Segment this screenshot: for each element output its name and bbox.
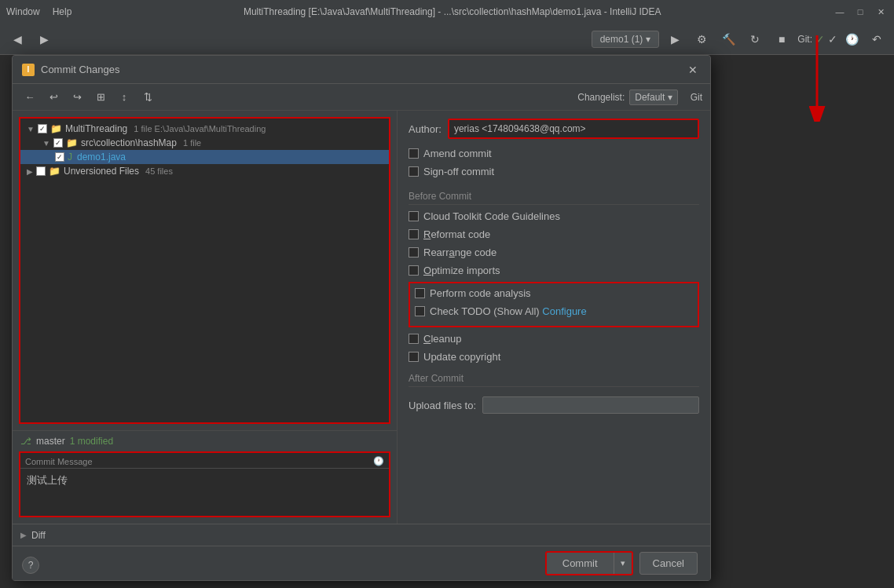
app-title: MultiThreading [E:\Java\Javaf\MultiThrea… — [84, 6, 820, 17]
window-controls: — □ ✕ — [833, 5, 888, 19]
commit-message-label: Commit Message — [25, 457, 93, 466]
branch-label: demo1 (1) — [600, 34, 643, 45]
cloud-checkbox[interactable] — [409, 211, 419, 221]
signoff-commit-row: Sign-off commit — [409, 165, 699, 178]
signoff-commit-checkbox[interactable] — [409, 166, 419, 177]
rearrange-checkbox[interactable] — [409, 247, 419, 257]
expand-arrow-icon: ▶ — [27, 167, 33, 176]
commit-message-area: Commit Message 🕐 测试上传 — [19, 451, 390, 517]
commit-message-input[interactable]: 测试上传 — [20, 469, 389, 516]
configure-link[interactable]: Configure — [542, 305, 586, 317]
tree-item-multithreading[interactable]: ▼ 📁 MultiThreading 1 file E:\Java\Javaf\… — [20, 122, 389, 136]
commit-dropdown-button[interactable]: ▾ — [614, 553, 632, 574]
commit-button[interactable]: Commit — [547, 553, 614, 574]
diff-section[interactable]: ▶ Diff — [13, 524, 710, 546]
folder-icon: 📁 — [49, 166, 60, 177]
git-check2-icon[interactable]: ✓ — [828, 33, 837, 46]
git-history-button[interactable]: 🕐 — [841, 28, 863, 50]
help-button[interactable]: ? — [22, 557, 39, 574]
changelist-value-text: Default — [635, 92, 665, 103]
branch-selector[interactable]: demo1 (1) ▾ — [592, 31, 660, 48]
upload-dropdown[interactable] — [482, 396, 699, 414]
analyze-checkbox[interactable] — [415, 288, 425, 298]
amend-commit-row: Amend commit — [409, 147, 699, 160]
tree-item-src[interactable]: ▼ 📁 src\collection\hashMap 1 file — [20, 136, 389, 150]
commit-dialog: I Commit Changes ✕ ← ↩ ↪ ⊞ ↕ ⇅ Changelis… — [12, 55, 711, 581]
dialog-title: Commit Changes — [41, 64, 119, 75]
copyright-checkbox[interactable] — [409, 352, 419, 362]
expand-arrow-icon: ▼ — [27, 125, 35, 133]
cleanup-label[interactable]: Cleanup — [423, 333, 461, 345]
back-button[interactable]: ◀ — [6, 28, 28, 50]
tree-item-name: src\collection\hashMap — [81, 137, 177, 148]
branch-arrow-icon: ▾ — [646, 34, 650, 45]
changelist-label: Changelist: — [577, 92, 625, 103]
changelist-dropdown[interactable]: Default ▾ — [629, 89, 677, 105]
amend-commit-label[interactable]: Amend commit — [423, 148, 492, 159]
cancel-button[interactable]: Cancel — [639, 552, 698, 575]
toolbar-redo-button[interactable]: ↪ — [68, 88, 86, 107]
maximize-button[interactable]: □ — [853, 5, 867, 19]
branch-status-bar: ⎇ master 1 modified — [13, 430, 397, 451]
toolbar-undo-button[interactable]: ↩ — [44, 88, 63, 107]
cleanup-checkbox[interactable] — [409, 334, 419, 344]
branch-icon: ⎇ — [20, 436, 31, 447]
git-check1-icon[interactable]: ✓ — [815, 33, 825, 46]
analyze-label[interactable]: Perform code analysis — [430, 287, 531, 299]
multithreading-checkbox[interactable] — [38, 124, 47, 133]
dialog-close-button[interactable]: ✕ — [685, 62, 701, 78]
toolbar-back-button[interactable]: ← — [20, 88, 39, 107]
forward-button[interactable]: ▶ — [33, 28, 55, 50]
git-revert-button[interactable]: ↶ — [866, 28, 888, 50]
author-label: Author: — [409, 123, 442, 135]
amend-commit-checkbox[interactable] — [409, 148, 419, 159]
tree-item-meta: 1 file E:\Java\Javaf\MultiThreading — [134, 124, 266, 133]
java-file-icon: J — [68, 152, 72, 163]
before-commit-reformat-row: Reformat code — [409, 228, 699, 241]
todo-checkbox[interactable] — [415, 306, 425, 316]
menu-help[interactable]: Help — [53, 6, 72, 17]
title-bar: Window Help MultiThreading [E:\Java\Java… — [0, 0, 894, 24]
tree-item-name: Unversioned Files — [64, 166, 139, 177]
commit-button-group: Commit ▾ — [545, 551, 633, 575]
todo-label[interactable]: Check TODO (Show All) Configure — [430, 305, 587, 317]
suspend-button[interactable]: ■ — [771, 28, 793, 50]
optimize-label[interactable]: Optimize imports — [423, 265, 500, 276]
close-button[interactable]: ✕ — [874, 5, 888, 19]
commit-message-header: Commit Message 🕐 — [20, 453, 389, 469]
file-tree: ▼ 📁 MultiThreading 1 file E:\Java\Javaf\… — [19, 117, 390, 424]
cloud-label[interactable]: Cloud Toolkit Code Guidelines — [423, 210, 560, 222]
toolbar-sort-desc-button[interactable]: ⇅ — [138, 88, 157, 107]
tree-item-unversioned[interactable]: ▶ 📁 Unversioned Files 45 files — [20, 164, 389, 178]
author-input[interactable] — [448, 119, 699, 139]
tree-item-meta: 45 files — [145, 166, 173, 176]
tree-item-name: MultiThreading — [65, 123, 127, 134]
before-commit-header: Before Commit — [409, 191, 699, 205]
ide-toolbar: ◀ ▶ demo1 (1) ▾ ▶ ⚙ 🔨 ↻ ■ Git: ✓ ✓ 🕐 ↶ — [0, 24, 894, 55]
signoff-commit-label[interactable]: Sign-off commit — [423, 166, 494, 177]
optimize-checkbox[interactable] — [409, 265, 419, 276]
before-commit-todo-row: Check TODO (Show All) Configure — [415, 305, 693, 318]
menu-window[interactable]: Window — [6, 6, 40, 17]
run-button[interactable]: ▶ — [664, 28, 686, 50]
commit-message-clock-icon[interactable]: 🕐 — [373, 456, 384, 466]
build-button[interactable]: 🔨 — [717, 28, 739, 50]
reload-button[interactable]: ↻ — [744, 28, 766, 50]
dialog-body: ▼ 📁 MultiThreading 1 file E:\Java\Javaf\… — [13, 111, 710, 524]
git-area: Git: ✓ ✓ 🕐 ↶ — [797, 28, 888, 50]
before-commit-cleanup-row: Cleanup — [409, 332, 699, 345]
debug-button[interactable]: ⚙ — [691, 28, 713, 50]
tree-item-demo1[interactable]: J demo1.java — [20, 150, 389, 164]
toolbar-sort-asc-button[interactable]: ↕ — [115, 88, 134, 107]
rearrange-label[interactable]: Rearrange code — [423, 247, 496, 258]
left-panel: ▼ 📁 MultiThreading 1 file E:\Java\Javaf\… — [13, 111, 398, 524]
toolbar-group-button[interactable]: ⊞ — [91, 88, 110, 107]
reformat-label[interactable]: Reformat code — [423, 228, 490, 240]
src-checkbox[interactable] — [53, 138, 63, 148]
unversioned-checkbox[interactable] — [36, 166, 46, 176]
dialog-footer: Commit ▾ Cancel — [13, 546, 710, 580]
demo1-checkbox[interactable] — [55, 152, 64, 162]
copyright-label[interactable]: Update copyright — [423, 351, 500, 363]
minimize-button[interactable]: — — [833, 5, 847, 19]
reformat-checkbox[interactable] — [409, 229, 419, 239]
